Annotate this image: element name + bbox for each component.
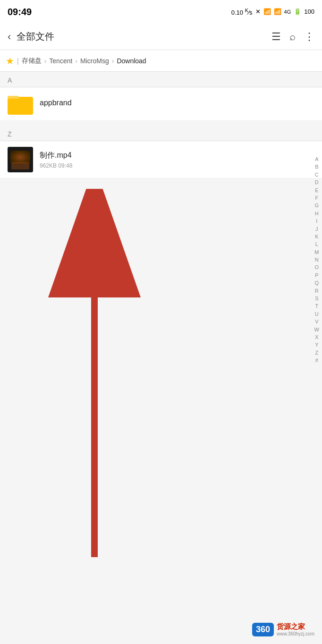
- breadcrumb-sep-2: ›: [75, 57, 77, 65]
- page-title: 全部文件: [17, 30, 54, 43]
- battery-pct: 100: [304, 8, 314, 15]
- alpha-u[interactable]: U: [314, 311, 320, 318]
- alpha-b[interactable]: B: [314, 163, 319, 170]
- arrow-annotation: [0, 189, 322, 567]
- svg-rect-2: [8, 99, 33, 115]
- alpha-i[interactable]: I: [315, 218, 318, 225]
- file-list-z: 制作.mp4 962KB 09:48: [0, 141, 322, 178]
- alpha-l[interactable]: L: [314, 241, 319, 248]
- file-info-appbrand: appbrand: [40, 99, 314, 109]
- status-icons: 0.10 K⁄s ✕ 📶 📶 4G 🔋 100: [231, 8, 314, 16]
- alpha-index: A B C D E F G H I J K L M N O P Q R S T …: [314, 156, 320, 364]
- alpha-z[interactable]: Z: [314, 349, 319, 356]
- network-speed: 0.10 K⁄s: [231, 8, 253, 16]
- alpha-o[interactable]: O: [314, 264, 320, 271]
- section-gap: [0, 121, 322, 126]
- breadcrumb: ★ | 存储盘 › Tencent › MicroMsg › Download: [0, 50, 322, 72]
- breadcrumb-sep-1: ›: [44, 57, 47, 65]
- section-header-z: Z: [0, 126, 322, 141]
- file-name-video: 制作.mp4: [40, 151, 314, 161]
- alpha-j[interactable]: J: [314, 226, 319, 233]
- alpha-g[interactable]: G: [314, 202, 320, 209]
- watermark-url: www.360hyzj.com: [277, 631, 314, 636]
- alpha-f[interactable]: F: [314, 195, 319, 202]
- nav-right: ☰ ⌕ ⋮: [271, 31, 314, 43]
- alpha-h[interactable]: H: [314, 210, 320, 217]
- breadcrumb-sep-3: ›: [112, 57, 114, 65]
- file-meta-video: 962KB 09:48: [40, 162, 314, 169]
- file-list-a: appbrand: [0, 87, 322, 121]
- breadcrumb-sep-0: |: [17, 57, 19, 65]
- more-button[interactable]: ⋮: [304, 31, 314, 43]
- list-view-button[interactable]: ☰: [271, 31, 281, 43]
- video-thumbnail: [8, 147, 33, 172]
- alpha-q[interactable]: Q: [314, 280, 320, 287]
- file-item-appbrand[interactable]: appbrand: [0, 87, 322, 121]
- alpha-m[interactable]: M: [314, 249, 320, 256]
- alpha-x[interactable]: X: [314, 334, 319, 341]
- battery-icon: 🔋: [294, 8, 301, 15]
- alpha-t[interactable]: T: [314, 303, 319, 310]
- watermark: 360 货源之家 www.360hyzj.com: [252, 622, 314, 636]
- no-sim-icon: ✕: [255, 8, 261, 15]
- alpha-d[interactable]: D: [314, 179, 320, 186]
- alpha-a[interactable]: A: [314, 156, 319, 163]
- breadcrumb-item-download[interactable]: Download: [117, 57, 146, 65]
- file-item-video[interactable]: 制作.mp4 962KB 09:48: [0, 141, 322, 178]
- breadcrumb-item-storage[interactable]: 存储盘: [22, 57, 42, 65]
- watermark-text: 货源之家 www.360hyzj.com: [277, 622, 314, 636]
- alpha-y[interactable]: Y: [314, 341, 319, 348]
- breadcrumb-item-tencent[interactable]: Tencent: [49, 57, 72, 65]
- search-button[interactable]: ⌕: [289, 31, 296, 43]
- alpha-w[interactable]: W: [314, 326, 320, 333]
- alpha-hash[interactable]: #: [314, 357, 319, 364]
- alpha-e[interactable]: E: [314, 187, 319, 194]
- file-info-video: 制作.mp4 962KB 09:48: [40, 151, 314, 169]
- section-header-a: A: [0, 72, 322, 87]
- watermark-name: 货源之家: [277, 622, 314, 631]
- nav-left: ‹ 全部文件: [8, 30, 54, 43]
- alpha-v[interactable]: V: [314, 318, 319, 325]
- status-time: 09:49: [8, 7, 32, 17]
- wifi-icon: 📶: [263, 8, 271, 15]
- file-name-appbrand: appbrand: [40, 99, 314, 107]
- alpha-n[interactable]: N: [314, 256, 320, 263]
- alpha-p[interactable]: P: [314, 272, 319, 279]
- watermark-logo: 360: [252, 623, 274, 636]
- nav-bar: ‹ 全部文件 ☰ ⌕ ⋮: [0, 24, 322, 50]
- alpha-k[interactable]: K: [314, 233, 319, 240]
- alpha-s[interactable]: S: [314, 295, 319, 302]
- back-button[interactable]: ‹: [8, 31, 11, 43]
- signal-icon: 📶: [274, 8, 281, 15]
- signal-4g-icon: 4G: [284, 9, 291, 15]
- alpha-c[interactable]: C: [314, 171, 320, 178]
- breadcrumb-item-micromsg[interactable]: MicroMsg: [80, 57, 109, 65]
- star-icon[interactable]: ★: [6, 55, 14, 67]
- folder-icon: [8, 93, 33, 115]
- alpha-r[interactable]: R: [314, 288, 320, 295]
- status-bar: 09:49 0.10 K⁄s ✕ 📶 📶 4G 🔋 100: [0, 0, 322, 24]
- food-image: [8, 147, 33, 172]
